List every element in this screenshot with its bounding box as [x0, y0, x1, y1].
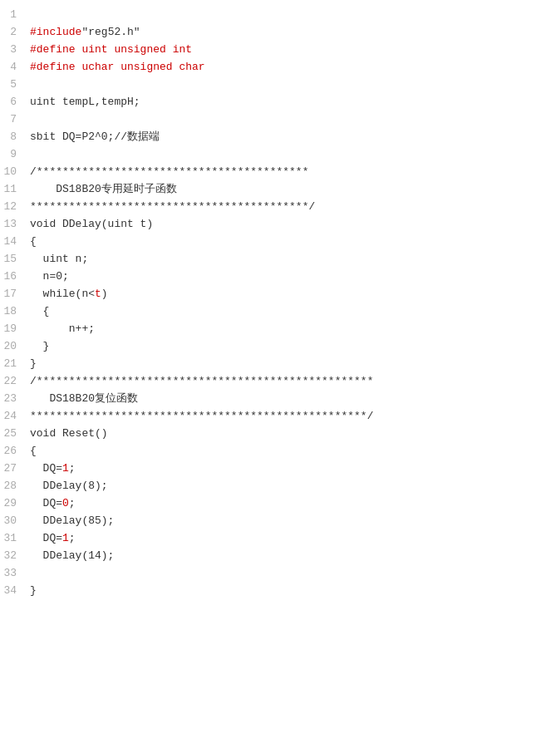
- line-content-16: n=0;: [30, 268, 560, 286]
- line-content-31: DQ=1;: [30, 530, 560, 548]
- line-num-16: 16: [0, 268, 30, 286]
- line-num-26: 26: [0, 443, 30, 460]
- code-line-13: 13 void DDelay(uint t): [0, 216, 560, 234]
- code-editor: 1 2 #include"reg52.h" 3 #define uint uns…: [0, 0, 560, 748]
- line-content-27: DQ=1;: [30, 460, 560, 478]
- line-content-12: ****************************************…: [30, 199, 560, 216]
- line-content-22: /***************************************…: [30, 373, 560, 391]
- code-line-29: 29 DQ=0;: [0, 495, 560, 513]
- code-line-4: 4 #define uchar unsigned char: [0, 59, 560, 76]
- line-content-30: DDelay(85);: [30, 513, 560, 530]
- line-content-13: void DDelay(uint t): [30, 216, 560, 234]
- code-line-16: 16 n=0;: [0, 268, 560, 286]
- code-line-19: 19 n++;: [0, 321, 560, 338]
- line-content-20: }: [30, 338, 560, 356]
- line-num-23: 23: [0, 391, 30, 408]
- line-num-30: 30: [0, 513, 30, 530]
- code-line-27: 27 DQ=1;: [0, 460, 560, 478]
- line-num-19: 19: [0, 321, 30, 338]
- line-content-19: n++;: [30, 321, 560, 338]
- line-num-13: 13: [0, 216, 30, 234]
- line-num-4: 4: [0, 59, 30, 76]
- code-line-7: 7: [0, 111, 560, 129]
- line-content-26: {: [30, 443, 560, 460]
- code-line-8: 8 sbit DQ=P2^0;//数据端: [0, 129, 560, 146]
- code-line-5: 5: [0, 76, 560, 94]
- code-line-17: 17 while(n<t): [0, 286, 560, 303]
- line-content-15: uint n;: [30, 251, 560, 268]
- line-content-24: ****************************************…: [30, 408, 560, 426]
- line-num-34: 34: [0, 583, 30, 600]
- code-line-22: 22 /************************************…: [0, 373, 560, 391]
- line-num-10: 10: [0, 164, 30, 181]
- code-line-24: 24 *************************************…: [0, 408, 560, 426]
- line-num-28: 28: [0, 478, 30, 495]
- line-content-2: #include"reg52.h": [30, 24, 560, 42]
- code-line-28: 28 DDelay(8);: [0, 478, 560, 495]
- line-num-27: 27: [0, 460, 30, 478]
- line-content-10: /***************************************…: [30, 164, 560, 181]
- line-num-7: 7: [0, 111, 30, 129]
- line-num-3: 3: [0, 42, 30, 59]
- line-num-22: 22: [0, 373, 30, 391]
- line-num-12: 12: [0, 199, 30, 216]
- line-content-6: uint tempL,tempH;: [30, 94, 560, 111]
- code-line-23: 23 DS18B20复位函数: [0, 391, 560, 408]
- line-content-18: {: [30, 303, 560, 321]
- line-num-18: 18: [0, 303, 30, 321]
- line-content-34: }: [30, 583, 560, 600]
- line-content-32: DDelay(14);: [30, 548, 560, 565]
- code-line-33: 33: [0, 565, 560, 583]
- line-num-21: 21: [0, 356, 30, 373]
- line-num-1: 1: [0, 7, 30, 24]
- code-line-20: 20 }: [0, 338, 560, 356]
- line-content-28: DDelay(8);: [30, 478, 560, 495]
- line-content-8: sbit DQ=P2^0;//数据端: [30, 129, 560, 146]
- line-num-15: 15: [0, 251, 30, 268]
- code-line-30: 30 DDelay(85);: [0, 513, 560, 530]
- line-num-17: 17: [0, 286, 30, 303]
- line-num-9: 9: [0, 146, 30, 164]
- line-content-17: while(n<t): [30, 286, 560, 303]
- code-line-25: 25 void Reset(): [0, 426, 560, 443]
- code-line-2: 2 #include"reg52.h": [0, 24, 560, 42]
- line-content-25: void Reset(): [30, 426, 560, 443]
- code-line-1: 1: [0, 7, 560, 24]
- code-line-31: 31 DQ=1;: [0, 530, 560, 548]
- code-line-21: 21 }: [0, 356, 560, 373]
- line-content-3: #define uint unsigned int: [30, 42, 560, 59]
- line-content-11: DS18B20专用延时子函数: [30, 181, 560, 199]
- line-content-21: }: [30, 356, 560, 373]
- code-line-26: 26 {: [0, 443, 560, 460]
- code-line-10: 10 /************************************…: [0, 164, 560, 181]
- code-line-14: 14 {: [0, 234, 560, 251]
- line-num-20: 20: [0, 338, 30, 356]
- code-line-12: 12 *************************************…: [0, 199, 560, 216]
- line-content-29: DQ=0;: [30, 495, 560, 513]
- code-line-18: 18 {: [0, 303, 560, 321]
- code-line-3: 3 #define uint unsigned int: [0, 42, 560, 59]
- code-line-6: 6 uint tempL,tempH;: [0, 94, 560, 111]
- line-num-5: 5: [0, 76, 30, 94]
- code-line-11: 11 DS18B20专用延时子函数: [0, 181, 560, 199]
- line-num-11: 11: [0, 181, 30, 199]
- line-content-14: {: [30, 234, 560, 251]
- line-num-14: 14: [0, 234, 30, 251]
- line-num-25: 25: [0, 426, 30, 443]
- line-num-31: 31: [0, 530, 30, 548]
- line-num-8: 8: [0, 129, 30, 146]
- line-num-6: 6: [0, 94, 30, 111]
- line-content-23: DS18B20复位函数: [30, 391, 560, 408]
- line-num-24: 24: [0, 408, 30, 426]
- line-num-2: 2: [0, 24, 30, 42]
- line-num-29: 29: [0, 495, 30, 513]
- line-content-4: #define uchar unsigned char: [30, 59, 560, 76]
- code-line-9: 9: [0, 146, 560, 164]
- line-num-32: 32: [0, 548, 30, 565]
- code-line-15: 15 uint n;: [0, 251, 560, 268]
- code-line-32: 32 DDelay(14);: [0, 548, 560, 565]
- code-line-34: 34 }: [0, 583, 560, 600]
- line-num-33: 33: [0, 565, 30, 583]
